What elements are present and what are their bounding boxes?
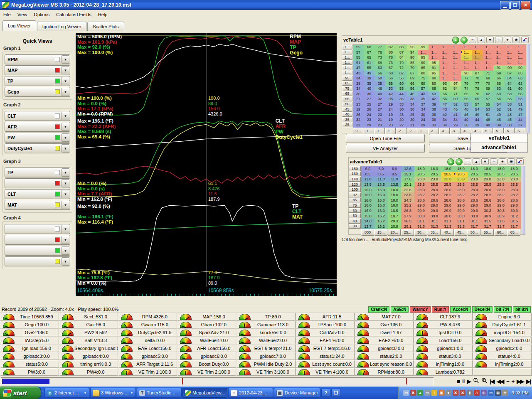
table-cell[interactable]: 1...	[472, 65, 483, 71]
table-cell[interactable]: 29.9	[428, 208, 441, 214]
chevron-down-icon[interactable]: ▼	[130, 391, 133, 395]
menu-file[interactable]: File	[0, 11, 14, 18]
table-cell[interactable]: 1...	[472, 44, 483, 50]
triangle-down-icon[interactable]: ▼	[486, 37, 494, 43]
table-cell[interactable]: 74	[461, 86, 472, 91]
table-cell[interactable]: 31.5	[507, 219, 521, 224]
table-cell[interactable]: 29.0	[454, 203, 468, 208]
table-cell[interactable]: 18.0	[481, 166, 494, 172]
table-cell[interactable]: 67	[364, 50, 374, 55]
table-cell[interactable]: 63	[515, 76, 526, 81]
minus-icon[interactable]: −	[495, 37, 502, 43]
table-cell[interactable]: 32	[374, 96, 385, 102]
table-cell[interactable]: 47	[353, 65, 364, 71]
table-cell[interactable]: 1...◄	[461, 50, 472, 55]
table-cell[interactable]: 6.0	[361, 166, 374, 172]
row-header[interactable]: 55	[342, 96, 352, 101]
chevron-down-icon[interactable]: ▼	[62, 133, 69, 142]
field-select-graph2-3[interactable]: PW▼	[5, 133, 70, 143]
table-cell[interactable]: 26	[353, 112, 364, 118]
table-cell[interactable]: 48	[483, 117, 493, 123]
table-tab-vetable1[interactable]: veTable1	[470, 133, 528, 143]
table-cell[interactable]: 88	[396, 44, 407, 50]
table-cell[interactable]: 13.5	[361, 182, 374, 187]
table-cell[interactable]: 61	[504, 86, 515, 91]
table-cell[interactable]: 33	[396, 102, 407, 107]
table-cell[interactable]: 20.5	[481, 172, 494, 177]
table-cell[interactable]: 19	[385, 112, 396, 118]
row-header[interactable]: 180	[349, 166, 361, 171]
table-cell[interactable]: 1...	[450, 71, 461, 76]
table-cell[interactable]: 38	[504, 123, 515, 128]
table-cell[interactable]: 1...	[504, 50, 515, 55]
table-cell[interactable]: 59	[353, 44, 364, 50]
equals-icon[interactable]: =	[469, 37, 476, 43]
task-megalogview-[interactable]: MegaLogView...	[182, 388, 227, 398]
table-cell[interactable]: 18.0	[388, 198, 401, 203]
table-cell[interactable]: 68	[429, 86, 439, 91]
table-cell[interactable]: 31.2	[507, 213, 521, 219]
table-cell[interactable]: 30.3	[481, 208, 494, 214]
table-cell[interactable]: 43	[439, 107, 450, 112]
table-cell[interactable]: 98	[461, 71, 472, 76]
table-cell[interactable]: 97	[450, 81, 461, 86]
table-cell[interactable]: 57	[483, 96, 493, 102]
app-orange-icon[interactable]: ▣	[438, 390, 444, 396]
star-icon[interactable]: ✳	[512, 37, 520, 43]
table-cell[interactable]: 79	[461, 81, 472, 86]
table-cell[interactable]: 16.2	[374, 224, 388, 229]
table-cell[interactable]: 1...	[483, 50, 493, 55]
col-header[interactable]: 800	[361, 229, 374, 236]
table-cell[interactable]: 82	[439, 86, 450, 91]
card-icon[interactable]: ▦	[495, 390, 501, 396]
table-cell[interactable]: 28.2	[481, 192, 494, 198]
table-cell[interactable]: 33	[429, 123, 439, 128]
table-cell[interactable]: 46	[374, 86, 385, 91]
table-cell[interactable]: 60	[385, 71, 396, 76]
table-cell[interactable]: 31.1	[468, 219, 481, 224]
col-header[interactable]: 2...	[407, 128, 417, 134]
mouse-icon[interactable]: ●	[446, 390, 451, 396]
table-cell[interactable]: 46	[407, 91, 418, 97]
table-cell[interactable]: 30	[418, 112, 429, 118]
menu-help[interactable]: Help	[95, 11, 111, 18]
table-cell[interactable]: 23	[364, 117, 374, 123]
table-cell[interactable]: 73	[374, 55, 385, 60]
table-cell[interactable]: 60	[450, 96, 461, 102]
table-cell[interactable]: 1...	[515, 55, 526, 60]
menu-options[interactable]: Options	[30, 11, 53, 18]
table-cell[interactable]: 34	[450, 117, 461, 123]
table-cell[interactable]: 34	[418, 107, 429, 112]
table-cell[interactable]: 51	[353, 60, 364, 66]
table-cell[interactable]: 49	[364, 71, 374, 76]
table-cell[interactable]: 1...	[493, 50, 504, 55]
folder-sync-icon[interactable]: ▭	[488, 390, 494, 396]
table-cell[interactable]: 1...	[429, 55, 439, 60]
col-header[interactable]: 9...	[353, 128, 363, 134]
table-cell[interactable]: 53	[429, 91, 439, 97]
table-cell[interactable]: 68	[483, 76, 493, 81]
table-cell[interactable]: 61	[364, 60, 374, 66]
triangle-down-icon[interactable]: ▼	[481, 158, 489, 165]
table-cell[interactable]: 78	[385, 55, 396, 60]
table-cell[interactable]: 20.5	[494, 172, 507, 177]
chevron-down-icon[interactable]: ▼	[62, 179, 69, 187]
table-cell[interactable]: 1...	[439, 71, 450, 76]
table-cell[interactable]: 55	[385, 81, 396, 86]
table-cell[interactable]: 30.8	[414, 213, 428, 219]
table-cell[interactable]: 30.8	[468, 213, 481, 219]
col-header[interactable]: 65...	[507, 229, 520, 236]
table-cell[interactable]: 29.9	[414, 208, 428, 214]
table-cell[interactable]: 1...	[461, 44, 472, 50]
col-header[interactable]: 55...	[481, 229, 494, 236]
ve-analyzer-button[interactable]: VE Analyzer	[346, 144, 425, 153]
col-header[interactable]: 60...	[494, 229, 507, 236]
table-cell[interactable]: 28.2	[414, 192, 428, 198]
table-cell[interactable]: 39	[493, 123, 504, 128]
table-cell[interactable]: 30.8	[428, 213, 441, 219]
table-cell[interactable]: 25.5	[468, 182, 481, 187]
table-cell[interactable]: 56	[515, 91, 526, 97]
table-cell[interactable]: 28.0	[414, 187, 428, 192]
table-cell[interactable]: 23.0	[414, 177, 428, 182]
row-header[interactable]: 40	[349, 219, 361, 224]
